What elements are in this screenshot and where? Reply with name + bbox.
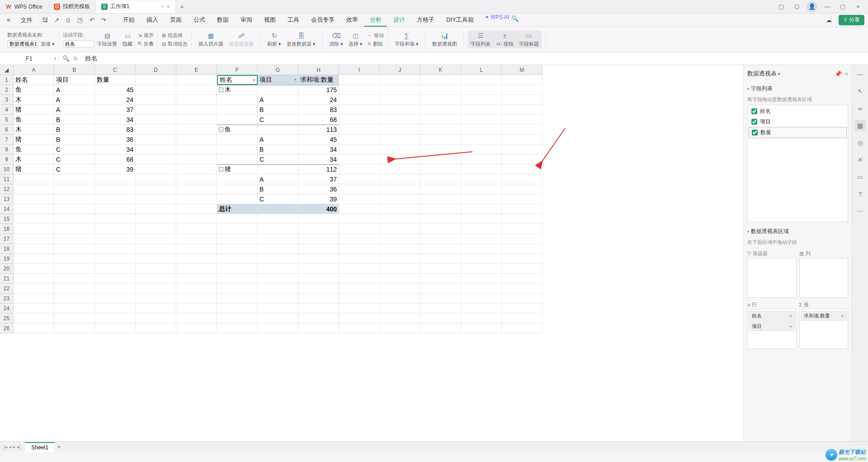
- cell[interactable]: [420, 244, 461, 254]
- cell[interactable]: [217, 194, 258, 204]
- strip-camera-icon[interactable]: ◎: [855, 137, 866, 148]
- cell[interactable]: [136, 224, 176, 234]
- cell[interactable]: [258, 214, 298, 224]
- cell[interactable]: −鱼: [217, 125, 258, 135]
- row-header[interactable]: 23: [0, 294, 14, 303]
- cell[interactable]: [217, 214, 258, 224]
- active-field-input[interactable]: [63, 40, 94, 47]
- row-header[interactable]: 14: [0, 204, 14, 214]
- cell[interactable]: [258, 234, 298, 244]
- cell[interactable]: [217, 264, 258, 274]
- cell[interactable]: [380, 303, 420, 313]
- cell[interactable]: B: [258, 105, 298, 115]
- cell[interactable]: [380, 264, 420, 274]
- cell[interactable]: [14, 194, 54, 204]
- cell[interactable]: [461, 264, 502, 274]
- row-header[interactable]: 9: [0, 154, 14, 164]
- cell[interactable]: [217, 313, 258, 323]
- cell[interactable]: [136, 145, 176, 154]
- cell[interactable]: [95, 303, 136, 313]
- cell[interactable]: [461, 254, 502, 264]
- cell[interactable]: [461, 234, 502, 244]
- cell[interactable]: 34: [298, 145, 339, 154]
- cell[interactable]: [461, 154, 502, 164]
- cell[interactable]: [298, 284, 339, 294]
- cell[interactable]: [420, 264, 461, 274]
- cell[interactable]: [339, 135, 380, 145]
- cell[interactable]: [461, 274, 502, 284]
- cell[interactable]: [217, 135, 258, 145]
- cell[interactable]: [420, 224, 461, 234]
- cell[interactable]: [298, 274, 339, 284]
- row-header[interactable]: 25: [0, 313, 14, 323]
- cell[interactable]: 项目: [54, 75, 95, 85]
- cell[interactable]: 113: [298, 125, 339, 135]
- cell[interactable]: [339, 95, 380, 105]
- value-area[interactable]: 求和项:数量▾: [799, 309, 849, 349]
- cell[interactable]: [380, 294, 420, 303]
- cell[interactable]: [298, 303, 339, 313]
- cell[interactable]: [461, 95, 502, 105]
- cell[interactable]: [339, 174, 380, 184]
- cell[interactable]: [502, 145, 542, 154]
- cell[interactable]: [176, 154, 217, 164]
- cell[interactable]: [54, 323, 95, 333]
- cell[interactable]: [502, 105, 542, 115]
- row-header[interactable]: 18: [0, 244, 14, 254]
- cell[interactable]: [176, 105, 217, 115]
- cell[interactable]: 83: [95, 125, 136, 135]
- cell[interactable]: [14, 294, 54, 303]
- cell[interactable]: 猪: [14, 164, 54, 174]
- cell[interactable]: [380, 135, 420, 145]
- cell[interactable]: [380, 224, 420, 234]
- cell[interactable]: [461, 105, 502, 115]
- field-list[interactable]: 姓名 项目 数量: [747, 105, 848, 222]
- row-header[interactable]: 1: [0, 75, 14, 85]
- row-header[interactable]: 10: [0, 164, 14, 174]
- cell[interactable]: [136, 214, 176, 224]
- preview-icon[interactable]: ◳: [75, 15, 85, 25]
- cell[interactable]: [95, 274, 136, 284]
- pivot-name-input[interactable]: [7, 40, 39, 47]
- field-item-project[interactable]: 项目: [749, 117, 847, 127]
- cell[interactable]: 45: [298, 135, 339, 145]
- col-header[interactable]: G: [258, 65, 298, 75]
- options-dropdown[interactable]: 选项 ▾: [41, 41, 55, 47]
- cell[interactable]: [217, 284, 258, 294]
- cell[interactable]: [339, 145, 380, 154]
- cell[interactable]: [136, 75, 176, 85]
- cell[interactable]: [339, 303, 380, 313]
- cell[interactable]: 112: [298, 164, 339, 174]
- strip-more-icon[interactable]: ⋯: [855, 206, 866, 217]
- cell[interactable]: [339, 323, 380, 333]
- column-area[interactable]: [799, 258, 849, 298]
- field-item-name[interactable]: 姓名: [749, 106, 847, 117]
- cell[interactable]: [14, 323, 54, 333]
- row-tag-project[interactable]: 项目▾: [749, 322, 795, 331]
- cell[interactable]: [54, 174, 95, 184]
- user-avatar[interactable]: 👤: [807, 1, 817, 12]
- cell[interactable]: [339, 85, 380, 95]
- cell[interactable]: A: [54, 105, 95, 115]
- cell[interactable]: [502, 135, 542, 145]
- cell[interactable]: [420, 303, 461, 313]
- row-header[interactable]: 13: [0, 194, 14, 204]
- cell[interactable]: [136, 125, 176, 135]
- cell[interactable]: [54, 313, 95, 323]
- print-icon[interactable]: ⎙: [63, 15, 73, 25]
- value-tag[interactable]: 求和项:数量▾: [801, 311, 847, 321]
- cell[interactable]: [461, 323, 502, 333]
- cell[interactable]: B: [54, 125, 95, 135]
- cell[interactable]: 37: [298, 174, 339, 184]
- cell[interactable]: 45: [95, 85, 136, 95]
- cell[interactable]: [502, 125, 542, 135]
- cell[interactable]: [176, 125, 217, 135]
- fx-search-icon[interactable]: 🔍: [62, 55, 70, 62]
- cell[interactable]: [95, 244, 136, 254]
- row-header[interactable]: 11: [0, 174, 14, 184]
- cell[interactable]: [95, 294, 136, 303]
- cell[interactable]: A: [54, 85, 95, 95]
- col-header[interactable]: D: [136, 65, 176, 75]
- cell[interactable]: [380, 105, 420, 115]
- cell[interactable]: [136, 284, 176, 294]
